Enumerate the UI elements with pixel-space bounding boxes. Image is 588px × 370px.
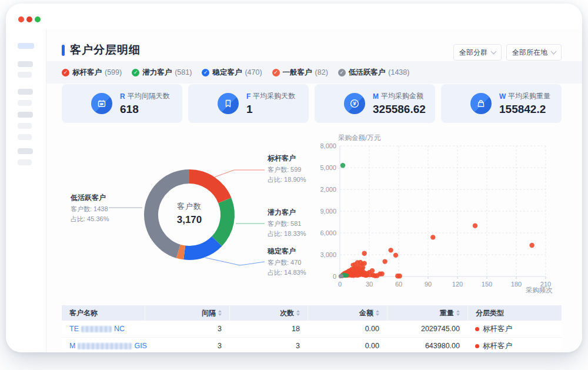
customer-name-cell: MGIS xyxy=(62,338,145,352)
scatter-chart: 03,0006,0009,00012,00015,00018,000030609… xyxy=(320,132,570,300)
calendar-icon xyxy=(91,93,112,114)
donut-callout-stable: 稳定客户 客户数: 470 占比: 14.83% xyxy=(268,246,306,277)
group-filter-dropdown[interactable]: 全部分群 xyxy=(453,44,502,61)
stat-value: 1 xyxy=(246,103,295,116)
col-interval-sort[interactable]: 间隔 xyxy=(145,305,229,321)
sidebar-item-skeleton-7[interactable] xyxy=(18,134,32,140)
table-header: 客户名称 间隔 次数 金额 重量 xyxy=(62,305,562,321)
close-button[interactable] xyxy=(18,16,24,22)
stat-letter: F xyxy=(246,92,250,101)
svg-text:30: 30 xyxy=(366,281,373,288)
weight-cell: 2029745.00 xyxy=(387,321,467,337)
svg-text:15,000: 15,000 xyxy=(320,164,336,171)
sidebar-item-skeleton-2[interactable] xyxy=(18,72,32,78)
maximize-button[interactable] xyxy=(35,16,41,22)
legend-item[interactable]: ✓低活跃客户(1438) xyxy=(338,68,410,78)
interval-cell: 3 xyxy=(145,338,229,352)
check-circle-icon: ✓ xyxy=(62,69,69,76)
scatter-x-axis-title: 采购频次 xyxy=(506,286,553,295)
col-weight-sort[interactable]: 重量 xyxy=(387,305,467,321)
sort-icon xyxy=(456,310,460,316)
svg-text:0: 0 xyxy=(338,281,342,288)
sidebar-item-skeleton-9[interactable] xyxy=(18,159,32,165)
legend-item[interactable]: ✓一般客户(82) xyxy=(272,68,328,78)
stat-label: 平均采购天数 xyxy=(253,91,295,101)
svg-text:12,000: 12,000 xyxy=(320,186,336,193)
check-circle-icon: ✓ xyxy=(338,69,346,76)
stat-label: 平均采购重量 xyxy=(508,91,550,101)
svg-text:120: 120 xyxy=(452,281,463,288)
sidebar-item-skeleton-0[interactable] xyxy=(18,43,34,49)
customer-table: 客户名称 间隔 次数 金额 重量 xyxy=(62,305,562,352)
minimize-button[interactable] xyxy=(26,16,32,22)
donut-callout-benchmark: 标杆客户 客户数: 599 占比: 18.90% xyxy=(268,154,306,184)
stat-letter: M xyxy=(373,92,379,101)
svg-text:9,000: 9,000 xyxy=(320,208,336,215)
interval-cell: 3 xyxy=(145,321,229,337)
stat-card-r: R平均间隔天数618 xyxy=(62,84,182,123)
col-layer-type: 分层类型 xyxy=(467,305,562,321)
amount-cell: 0.00 xyxy=(308,321,387,337)
stat-card-f: F平均采购天数1 xyxy=(188,84,309,123)
stat-value: 325586.62 xyxy=(373,103,426,116)
amount-cell: 0.00 xyxy=(308,338,387,352)
layer-type-cell: 标杆客户 xyxy=(467,338,562,352)
customer-name-link[interactable]: MGIS xyxy=(69,342,147,350)
type-dot-icon xyxy=(475,327,479,331)
sidebar-item-skeleton-6[interactable] xyxy=(18,123,32,129)
chevron-down-icon xyxy=(491,49,497,55)
stat-value: 155842.2 xyxy=(499,103,550,116)
sidebar-item-skeleton-8[interactable] xyxy=(18,148,33,154)
sort-icon xyxy=(296,310,300,316)
table-body: TENC3180.002029745.00标杆客户MGIS330.0064398… xyxy=(62,321,562,352)
sidebar-item-skeleton-1[interactable] xyxy=(18,61,33,67)
sidebar-item-skeleton-5[interactable] xyxy=(18,112,33,118)
stat-letter: R xyxy=(120,92,125,101)
shopping-bag-icon xyxy=(470,93,492,114)
svg-text:150: 150 xyxy=(482,281,492,288)
stat-label: 平均采购金额 xyxy=(381,91,423,101)
location-filter-dropdown[interactable]: 全部所在地 xyxy=(506,44,562,61)
svg-text:18,000: 18,000 xyxy=(320,142,336,149)
svg-text:60: 60 xyxy=(395,281,402,288)
donut-callout-line xyxy=(205,258,265,265)
sidebar-item-skeleton-4[interactable] xyxy=(18,100,32,106)
customer-name-cell: TENC xyxy=(62,321,145,337)
donut-center-label: 客户数 3,170 xyxy=(154,201,225,226)
yen-coin-icon: ¥ xyxy=(344,93,365,114)
check-circle-icon: ✓ xyxy=(132,69,139,76)
type-dot-icon xyxy=(475,344,479,348)
redacted-text xyxy=(78,343,132,349)
scatter-series-标杆客户 xyxy=(339,223,534,278)
col-amount-sort[interactable]: 金额 xyxy=(308,305,387,321)
traffic-lights xyxy=(18,16,41,22)
legend-band: ✓标杆客户(599)✓潜力客户(581)✓稳定客户(470)✓一般客户(82)✓… xyxy=(46,61,582,84)
legend-item[interactable]: ✓稳定客户(470) xyxy=(202,68,262,78)
legend-item[interactable]: ✓潜力客户(581) xyxy=(132,68,192,78)
check-circle-icon: ✓ xyxy=(202,69,209,76)
stat-label: 平均间隔天数 xyxy=(128,91,170,101)
svg-text:0: 0 xyxy=(333,273,336,280)
svg-text:3,000: 3,000 xyxy=(320,251,336,258)
donut-callout-potential: 潜力客户 客户数: 581 占比: 18.33% xyxy=(268,208,306,238)
table-row: TENC3180.002029745.00标杆客户 xyxy=(62,321,562,338)
app-window: 客户分层明细 全部分群 全部所在地 ✓标杆客户(599)✓潜力客户(581)✓稳… xyxy=(6,4,582,352)
times-cell: 18 xyxy=(229,321,308,337)
sidebar-item-skeleton-3[interactable] xyxy=(18,89,33,95)
col-times-sort[interactable]: 次数 xyxy=(229,305,308,321)
stat-cards: R平均间隔天数618F平均采购天数1¥M平均采购金额325586.62W平均采购… xyxy=(62,84,562,123)
weight-cell: 643980.00 xyxy=(387,338,467,352)
location-filter-label: 全部所在地 xyxy=(512,48,547,58)
donut-segment-0[interactable] xyxy=(189,169,231,203)
sort-icon xyxy=(376,310,379,316)
table-row: MGIS330.00643980.00标杆客户 xyxy=(62,338,562,352)
svg-text:¥: ¥ xyxy=(353,101,356,106)
customer-name-link[interactable]: TENC xyxy=(69,325,125,333)
chevron-down-icon xyxy=(551,49,557,55)
check-circle-icon: ✓ xyxy=(272,69,280,76)
page-title: 客户分层明细 xyxy=(70,42,141,58)
donut-callout-lowactive: 低活跃客户 客户数: 1438 占比: 45.36% xyxy=(71,193,109,224)
col-customer-name: 客户名称 xyxy=(62,305,145,321)
legend-item[interactable]: ✓标杆客户(599) xyxy=(62,68,122,78)
layer-type-cell: 标杆客户 xyxy=(467,321,562,337)
